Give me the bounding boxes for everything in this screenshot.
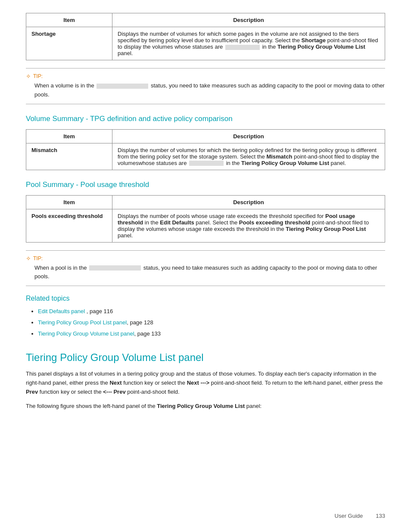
related-link-3-suffix: , page 133: [134, 330, 161, 337]
pools-row: Pools exceeding threshold Displays the n…: [26, 209, 385, 242]
shortage-table: Item Description Shortage Displays the n…: [26, 13, 385, 60]
tip-label-1: ✧ TIP:: [26, 73, 385, 80]
pools-item-header: Item: [26, 195, 112, 209]
shortage-desc: Displays the number of volumes for which…: [112, 27, 385, 60]
major-body-2: The following figure shows the left-hand…: [26, 402, 385, 411]
list-item: Edit Defaults panel , page 116: [38, 306, 385, 317]
mismatch-desc: Displays the number of volumes for which…: [112, 143, 385, 170]
tip-label-2: ✧ TIP:: [26, 255, 385, 262]
pools-desc-header: Description: [112, 195, 385, 209]
related-topics-heading: Related topics: [26, 295, 385, 302]
tip-content-1: When a volume is in the status, you need…: [26, 81, 385, 100]
mismatch-item-header: Item: [26, 129, 112, 143]
item-col-header: Item: [26, 13, 112, 27]
mismatch-table: Item Description Mismatch Displays the n…: [26, 129, 385, 170]
tip-icon-1: ✧: [26, 73, 31, 80]
mismatch-label: Mismatch: [26, 143, 112, 170]
mismatch-row: Mismatch Displays the number of volumes …: [26, 143, 385, 170]
shortage-row: Shortage Displays the number of volumes …: [26, 27, 385, 60]
related-link-2-suffix: , page 128: [127, 319, 153, 326]
tip-box-1: ✧ TIP: When a volume is in the status, y…: [26, 68, 385, 104]
related-link-3[interactable]: Tiering Policy Group Volume List panel: [38, 330, 134, 337]
major-section-title: Tiering Policy Group Volume List panel: [26, 352, 385, 364]
desc-col-header: Description: [112, 13, 385, 27]
list-item: Tiering Policy Group Pool List panel, pa…: [38, 317, 385, 328]
pools-desc: Displays the number of pools whose usage…: [112, 209, 385, 242]
volume-summary-heading: Volume Summary - TPG definition and acti…: [26, 115, 385, 123]
pools-table: Item Description Pools exceeding thresho…: [26, 195, 385, 243]
major-body-1: This panel displays a list of volumes in…: [26, 370, 385, 396]
pools-label: Pools exceeding threshold: [26, 209, 112, 242]
pool-summary-heading: Pool Summary - Pool usage threshold: [26, 180, 385, 189]
page-footer: User Guide 133: [335, 513, 385, 519]
related-link-2[interactable]: Tiering Policy Group Pool List panel: [38, 319, 127, 326]
shortage-label: Shortage: [26, 27, 112, 60]
tip-box-2: ✧ TIP: When a pool is in the status, you…: [26, 250, 385, 286]
footer-page: 133: [376, 513, 385, 519]
tip-content-2: When a pool is in the status, you need t…: [26, 264, 385, 282]
footer-label: User Guide: [335, 513, 363, 519]
mismatch-desc-header: Description: [112, 129, 385, 143]
related-link-1[interactable]: Edit Defaults panel: [38, 308, 85, 314]
related-topics-list: Edit Defaults panel , page 116 Tiering P…: [26, 306, 385, 339]
related-link-1-suffix: , page 116: [85, 308, 113, 314]
tip-icon-2: ✧: [26, 255, 31, 262]
list-item: Tiering Policy Group Volume List panel, …: [38, 328, 385, 339]
